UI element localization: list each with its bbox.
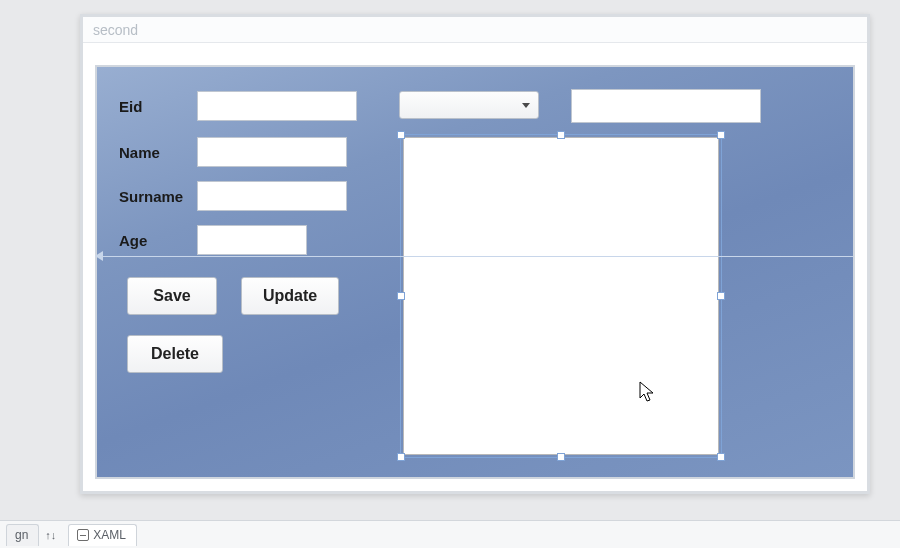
designer-tabstrip: gn ↑↓ XAML	[0, 520, 900, 548]
label-surname: Surname	[119, 188, 197, 205]
surname-input[interactable]	[197, 181, 347, 211]
form-surface: Eid Name Surname Age	[95, 65, 855, 479]
tab-xaml[interactable]: XAML	[68, 524, 137, 546]
designer-window: second Eid Name Surname Age	[80, 14, 870, 494]
name-input[interactable]	[197, 137, 347, 167]
row-surname: Surname	[119, 181, 347, 211]
row-name: Name	[119, 137, 347, 167]
xaml-icon	[77, 529, 89, 541]
content-panel[interactable]	[403, 137, 719, 455]
window-title: second	[83, 17, 867, 43]
label-name: Name	[119, 144, 197, 161]
right-textbox[interactable]	[571, 89, 761, 123]
tab-design[interactable]: gn	[6, 524, 39, 546]
tab-xaml-label: XAML	[93, 525, 126, 545]
save-button[interactable]: Save	[127, 277, 217, 315]
update-button[interactable]: Update	[241, 277, 339, 315]
delete-button[interactable]: Delete	[127, 335, 223, 373]
label-age: Age	[119, 232, 197, 249]
eid-input[interactable]	[197, 91, 357, 121]
combobox[interactable]	[399, 91, 539, 119]
guide-arrow-icon	[95, 251, 103, 261]
row-age: Age	[119, 225, 307, 255]
tab-design-label: gn	[15, 525, 28, 545]
row-eid: Eid	[119, 91, 357, 121]
label-eid: Eid	[119, 98, 197, 115]
swap-tabs-icon[interactable]: ↑↓	[45, 529, 56, 541]
age-input[interactable]	[197, 225, 307, 255]
